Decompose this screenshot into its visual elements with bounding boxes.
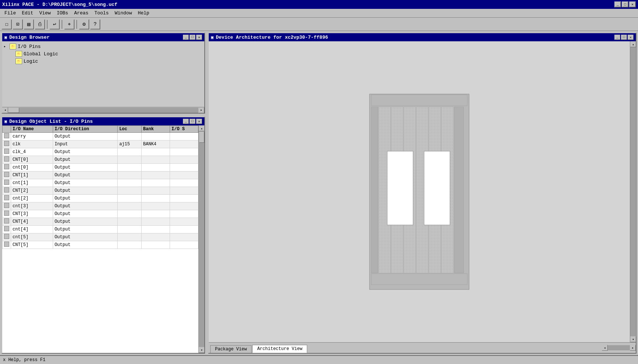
hscroll-thumb[interactable] [8, 108, 19, 113]
tree-item-iopins[interactable]: ▸ 📁 I/O Pins [4, 43, 203, 50]
row-ioname: CNT[0] [11, 156, 53, 164]
tab-architecture-view[interactable]: Architecture View [252, 345, 307, 353]
properties-button[interactable]: ⚙ [79, 19, 89, 30]
arch-maximize[interactable]: □ [621, 35, 627, 40]
folder-icon-logic: 📁 [15, 58, 22, 64]
tree-item-globallogic[interactable]: 📁 Global Logic [4, 50, 203, 58]
row-bank [142, 171, 170, 179]
dol-minimize[interactable]: _ [183, 119, 189, 124]
open-button[interactable]: ⊡ [13, 19, 23, 30]
vscroll-track[interactable] [199, 131, 204, 347]
tree-label-logic: Logic [24, 59, 38, 64]
arch-hscroll-left[interactable]: ◂ [602, 345, 608, 351]
table-row[interactable]: CNT[1] Output [3, 171, 198, 179]
vscroll-thumb[interactable] [199, 132, 204, 143]
design-browser-hscroll[interactable]: ◂ ▸ [2, 107, 204, 113]
undo-button[interactable]: ↩ [49, 19, 60, 30]
row-checkbox[interactable] [3, 141, 11, 148]
table-row[interactable]: CNT[4] Output [3, 218, 198, 226]
row-checkbox[interactable] [3, 148, 11, 156]
help-button[interactable]: ? [90, 19, 100, 30]
arch-vscroll-up[interactable]: ▴ [630, 41, 636, 47]
table-row[interactable]: CNT[2] Output [3, 187, 198, 195]
row-checkbox[interactable] [3, 179, 11, 187]
row-iodirection: Output [53, 226, 117, 233]
row-bank [142, 241, 170, 249]
new-button[interactable]: ☐ [1, 19, 12, 30]
design-browser-maximize[interactable]: □ [190, 35, 195, 40]
minimize-button[interactable]: _ [614, 1, 621, 7]
row-ioname: clk [11, 141, 53, 148]
row-loc [118, 148, 142, 156]
row-loc [118, 133, 142, 141]
table-row[interactable]: CNT[0] Output [3, 156, 198, 164]
table-row[interactable]: clk_4 Output [3, 148, 198, 156]
tree-item-logic[interactable]: 📁 Logic [4, 58, 203, 65]
arch-vscroll-down[interactable]: ▾ [630, 336, 636, 342]
menu-item-tools[interactable]: Tools [91, 10, 112, 17]
menu-item-iobs[interactable]: IOBs [54, 10, 71, 17]
table-row[interactable]: cnt[4] Output [3, 226, 198, 233]
row-checkbox[interactable] [3, 171, 11, 179]
table-row[interactable]: cnt[1] Output [3, 179, 198, 187]
print-button[interactable]: ⎙ [35, 19, 45, 30]
row-checkbox[interactable] [3, 195, 11, 202]
find-button[interactable]: ⌖ [64, 19, 74, 30]
row-ioname: cnt[5] [11, 233, 53, 241]
table-row[interactable]: cnt[5] Output [3, 233, 198, 241]
row-checkbox[interactable] [3, 210, 11, 218]
tab-package-view[interactable]: Package View [210, 345, 252, 353]
row-checkbox[interactable] [3, 187, 11, 195]
table-row[interactable]: cnt[3] Output [3, 202, 198, 210]
row-checkbox[interactable] [3, 202, 11, 210]
row-checkbox[interactable] [3, 218, 11, 226]
arch-hscroll[interactable]: ◂ ▸ [602, 345, 636, 351]
arch-close[interactable]: ✕ [628, 35, 634, 40]
row-checkbox[interactable] [3, 233, 11, 241]
row-checkbox[interactable] [3, 164, 11, 171]
arch-main-area: ▴ ▾ [209, 41, 636, 342]
row-checkbox[interactable] [3, 133, 11, 141]
hscroll-right-arrow[interactable]: ▸ [198, 107, 204, 113]
menu-item-areas[interactable]: Areas [71, 10, 91, 17]
arch-minimize[interactable]: _ [614, 35, 620, 40]
row-loc [118, 164, 142, 171]
close-button[interactable]: ✕ [629, 1, 636, 7]
menu-item-help[interactable]: Help [135, 10, 152, 17]
design-browser-tree: ▸ 📁 I/O Pins 📁 Global Logic 📁 Logic [2, 41, 204, 107]
table-row[interactable]: cnt[2] Output [3, 195, 198, 202]
design-browser-minimize[interactable]: _ [183, 35, 189, 40]
row-ios [170, 156, 198, 164]
hscroll-left-arrow[interactable]: ◂ [2, 107, 8, 113]
menu-item-edit[interactable]: Edit [19, 10, 36, 17]
maximize-button[interactable]: □ [622, 1, 628, 7]
menu-item-file[interactable]: File [1, 10, 19, 17]
row-bank [142, 195, 170, 202]
save-button[interactable]: ▤ [24, 19, 34, 30]
vscroll-down-arrow[interactable]: ▾ [199, 347, 204, 353]
row-checkbox[interactable] [3, 241, 11, 249]
table-row[interactable]: CNT[3] Output [3, 210, 198, 218]
row-bank: BANK4 [142, 141, 170, 148]
design-browser-close[interactable]: ✕ [196, 35, 202, 40]
table-row[interactable]: cnt[0] Output [3, 164, 198, 171]
menu-item-window[interactable]: Window [112, 10, 135, 17]
table-row[interactable]: carry Output [3, 133, 198, 141]
table-row[interactable]: CNT[5] Output [3, 241, 198, 249]
svg-rect-17 [387, 151, 413, 225]
dol-maximize[interactable]: □ [190, 119, 195, 124]
row-bank [142, 210, 170, 218]
row-checkbox[interactable] [3, 226, 11, 233]
row-checkbox[interactable] [3, 156, 11, 164]
arch-vscroll[interactable]: ▴ ▾ [630, 41, 636, 342]
arch-hscroll-track[interactable] [608, 345, 630, 350]
dol-vscroll[interactable]: ▴ ▾ [198, 125, 204, 353]
dol-close[interactable]: ✕ [196, 119, 202, 124]
menu-item-view[interactable]: View [36, 10, 53, 17]
arch-hscroll-right[interactable]: ▸ [630, 345, 636, 351]
arch-vscroll-track[interactable] [630, 47, 636, 336]
title-bar-buttons: _ □ ✕ [614, 1, 636, 7]
table-row[interactable]: clk Input aj15 BANK4 [3, 141, 198, 148]
hscroll-track[interactable] [8, 108, 198, 113]
vscroll-up-arrow[interactable]: ▴ [199, 125, 204, 131]
